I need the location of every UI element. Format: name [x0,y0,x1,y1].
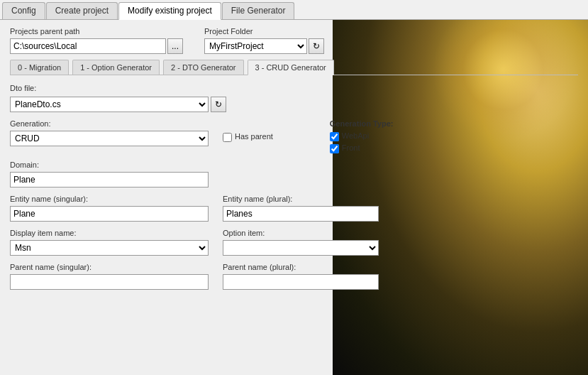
front-checkbox[interactable] [330,144,339,153]
display-item-select[interactable]: Msn [10,240,209,256]
parent-plural-label: Parent name (plural): [223,263,379,271]
generation-label: Generation: [10,119,209,128]
dto-refresh-button[interactable]: ↻ [211,97,226,112]
project-folder-group: Project Folder MyFirstProject ↻ [204,27,324,54]
entity-singular-label: Entity name (singular): [10,195,209,203]
projects-parent-path-group: Projects parent path ... [10,27,183,54]
tab-modify-project[interactable]: Modify existing project [118,2,221,20]
tab-config[interactable]: Config [2,2,45,19]
subtab-crud-generator[interactable]: 3 - CRUD Generator [248,60,334,75]
has-parent-label: Has parent [235,132,273,141]
has-parent-checkbox[interactable] [223,133,232,142]
subtab-option-generator[interactable]: 1 - Option Generator [72,60,160,75]
subtab-migration[interactable]: 0 - Migration [10,60,69,75]
entity-plural-input[interactable] [223,206,379,222]
option-item-label: Option item: [223,229,379,237]
generation-type-label: Generation Type: [330,119,394,128]
generation-select[interactable]: CRUD [10,131,209,146]
front-label: Front [342,143,360,152]
dto-file-label: Dto file: [10,84,45,92]
webapi-checkbox[interactable] [330,132,339,141]
option-item-select[interactable] [223,240,379,256]
browse-button[interactable]: ... [167,38,183,54]
parent-plural-input[interactable] [223,274,379,290]
path-label: Projects parent path [10,27,183,36]
parent-singular-input[interactable] [10,274,209,290]
project-folder-select[interactable]: MyFirstProject [204,38,307,54]
display-item-label: Display item name: [10,229,209,237]
project-folder-label: Project Folder [204,27,324,36]
subtab-dto-generator[interactable]: 2 - DTO Generator [163,60,244,75]
tab-create-project[interactable]: Create project [46,2,118,19]
project-refresh-button[interactable]: ↻ [309,38,324,54]
domain-input[interactable] [10,172,209,188]
dto-file-select[interactable]: PlaneDto.cs [10,97,209,112]
domain-label: Domain: [10,161,578,169]
path-input[interactable] [10,38,166,54]
tab-file-generator[interactable]: File Generator [222,2,295,19]
parent-singular-label: Parent name (singular): [10,263,209,271]
webapi-label: WebApi [342,131,369,140]
entity-plural-label: Entity name (plural): [223,195,379,203]
entity-singular-input[interactable] [10,206,209,222]
